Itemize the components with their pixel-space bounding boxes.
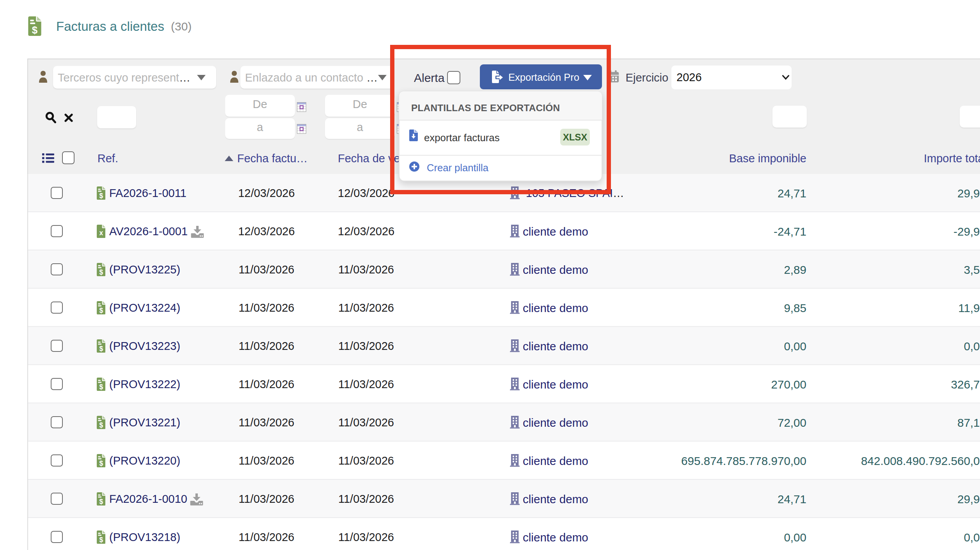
svg-text:$: $ [99, 421, 103, 429]
svg-text:$: $ [99, 345, 103, 353]
svg-text:$: $ [99, 192, 103, 200]
svg-text:x: x [99, 229, 103, 236]
svg-text:$: $ [99, 498, 103, 506]
svg-text:$: $ [99, 536, 103, 544]
svg-text:$: $ [32, 25, 37, 35]
svg-text:$: $ [99, 268, 103, 276]
svg-text:$: $ [99, 460, 103, 467]
svg-text:$: $ [99, 307, 103, 314]
svg-text:$: $ [99, 383, 103, 391]
